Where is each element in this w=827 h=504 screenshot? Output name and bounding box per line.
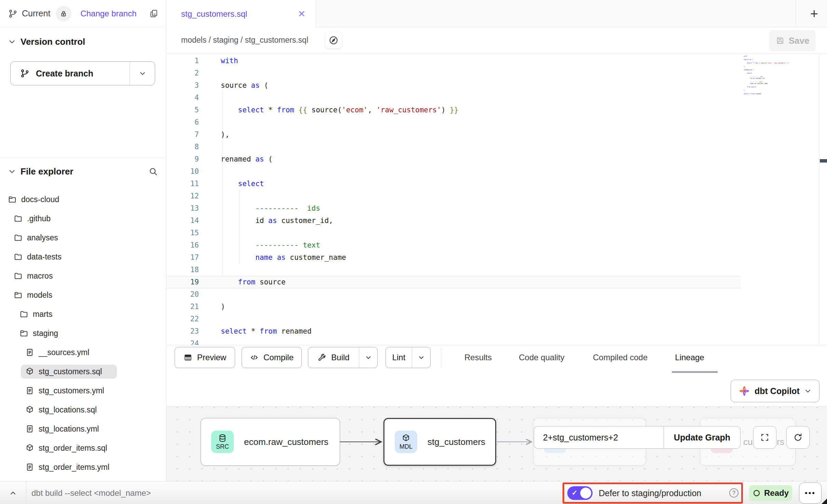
code-line-17[interactable]: 17 name as customer_name bbox=[166, 251, 827, 264]
search-icon[interactable] bbox=[148, 167, 158, 176]
dbt-cloud-ide: Current Change branch Version control bbox=[0, 0, 827, 504]
tree-item-content: .github bbox=[9, 212, 66, 226]
lint-dropdown[interactable] bbox=[412, 347, 430, 368]
tab-compiled-code[interactable]: Compiled code bbox=[593, 353, 648, 362]
lint-button[interactable]: Lint bbox=[385, 347, 431, 368]
tree-item-stg-order-items-sql[interactable]: stg_order_items.sql bbox=[0, 438, 166, 458]
code-line-7[interactable]: 7), bbox=[166, 128, 827, 141]
lineage-selector-input[interactable] bbox=[534, 426, 664, 449]
code-line-2[interactable]: 2 bbox=[166, 67, 827, 79]
code-editor[interactable]: 1with23source as (45 select * from {{ so… bbox=[166, 54, 827, 345]
build-dropdown[interactable] bbox=[359, 347, 377, 368]
create-branch-main[interactable]: Create branch bbox=[11, 62, 130, 85]
tree-item-marts[interactable]: marts bbox=[0, 305, 166, 324]
help-icon[interactable]: ? bbox=[729, 488, 738, 498]
defer-toggle[interactable]: ✓ bbox=[567, 486, 593, 500]
version-control-header[interactable]: Version control bbox=[0, 33, 166, 50]
build-button[interactable]: Build bbox=[308, 347, 378, 368]
copy-icon[interactable] bbox=[149, 9, 159, 18]
chevron-down-icon bbox=[8, 168, 16, 175]
code-line-1[interactable]: 1with bbox=[166, 55, 827, 67]
tree-item-analyses[interactable]: analyses bbox=[0, 228, 166, 247]
file-explorer-title: File explorer bbox=[21, 166, 73, 177]
save-button[interactable]: Save bbox=[769, 30, 816, 51]
model-icon bbox=[25, 367, 34, 376]
tree-item--github[interactable]: .github bbox=[0, 209, 166, 228]
folder-open-icon bbox=[14, 291, 23, 299]
code-line-10[interactable]: 10 bbox=[166, 165, 827, 178]
lineage-panel[interactable]: SRC ecom.raw_customers MDL stg_customers… bbox=[166, 406, 827, 481]
change-branch-link[interactable]: Change branch bbox=[80, 9, 136, 18]
code-line-12[interactable]: 12 bbox=[166, 190, 827, 202]
fullscreen-icon[interactable] bbox=[753, 426, 776, 449]
line-content: select * from {{ source('ecom', 'raw_cus… bbox=[221, 106, 458, 114]
lineage-node-stg-customers[interactable]: MDL stg_customers bbox=[383, 418, 496, 466]
preview-button[interactable]: Preview bbox=[175, 347, 235, 368]
tree-item-models[interactable]: models bbox=[0, 285, 166, 305]
code-line-4[interactable]: 4 bbox=[166, 92, 827, 104]
compass-icon[interactable] bbox=[325, 32, 342, 48]
chevron-up-icon[interactable] bbox=[5, 481, 21, 504]
tree-item-stg-order-items-yml[interactable]: stg_order_items.yml bbox=[0, 458, 166, 477]
tree-item-data-tests[interactable]: data-tests bbox=[0, 247, 166, 266]
line-content: select * from renamed bbox=[221, 327, 312, 335]
code-line-22[interactable]: 22 bbox=[166, 313, 827, 325]
create-branch-label: Create branch bbox=[36, 69, 93, 79]
code-line-6[interactable]: 6 bbox=[166, 116, 827, 128]
tab-results[interactable]: Results bbox=[464, 353, 492, 362]
code-line-21[interactable]: 21) bbox=[166, 300, 827, 313]
refresh-icon[interactable] bbox=[786, 426, 810, 449]
tree-item-stg-customers-sql[interactable]: stg_customers.sql bbox=[0, 362, 166, 381]
tree-item--sources-yml[interactable]: __sources.yml bbox=[0, 343, 166, 362]
scrollbar-thumb[interactable] bbox=[820, 159, 827, 163]
code-line-19[interactable]: 19 from source bbox=[166, 276, 741, 288]
line-number: 6 bbox=[166, 118, 199, 126]
code-line-3[interactable]: 3source as ( bbox=[166, 79, 827, 92]
compile-button[interactable]: Compile bbox=[242, 347, 302, 368]
code-line-18[interactable]: 18 bbox=[166, 264, 827, 276]
file-label: stg_customers.sql bbox=[39, 367, 102, 376]
more-options-button[interactable]: ••• bbox=[799, 482, 822, 504]
tab-lineage[interactable]: Lineage bbox=[675, 353, 704, 362]
wrench-icon bbox=[317, 353, 326, 362]
code-line-15[interactable]: 15 bbox=[166, 227, 827, 239]
file-label: stg_locations.sql bbox=[39, 405, 97, 415]
tab-stg-customers-sql[interactable]: stg_customers.sql ✕ bbox=[166, 0, 316, 28]
chevron-down-icon bbox=[365, 354, 371, 361]
update-graph-button[interactable]: Update Graph bbox=[664, 426, 741, 449]
tree-item-content: data-tests bbox=[9, 250, 77, 264]
code-line-5[interactable]: 5 select * from {{ source('ecom', 'raw_c… bbox=[166, 104, 827, 116]
code-line-9[interactable]: 9renamed as ( bbox=[166, 153, 827, 165]
new-tab-button[interactable]: + bbox=[801, 0, 827, 27]
code-line-13[interactable]: 13 ---------- ids bbox=[166, 202, 827, 214]
status-circle-icon bbox=[753, 489, 761, 497]
code-line-23[interactable]: 23select * from renamed bbox=[166, 325, 827, 337]
tree-item-docs-cloud[interactable]: docs-cloud bbox=[0, 190, 166, 209]
lineage-node-source[interactable]: SRC ecom.raw_customers bbox=[201, 418, 340, 466]
close-icon[interactable]: ✕ bbox=[298, 9, 306, 19]
code-line-24[interactable]: 24 bbox=[166, 337, 827, 345]
line-number: 10 bbox=[166, 167, 199, 176]
line-content: ), bbox=[221, 130, 229, 139]
code-line-14[interactable]: 14 id as customer_id, bbox=[166, 214, 827, 227]
resize-handle[interactable] bbox=[822, 499, 827, 504]
tree-item-stg-customers-yml[interactable]: stg_customers.yml bbox=[0, 381, 166, 400]
code-line-8[interactable]: 8 bbox=[166, 141, 827, 153]
tab-code-quality[interactable]: Code quality bbox=[519, 353, 564, 362]
line-number: 11 bbox=[166, 180, 199, 188]
code-line-16[interactable]: 16 ---------- text bbox=[166, 239, 827, 251]
create-branch-dropdown[interactable] bbox=[130, 62, 155, 85]
command-input[interactable] bbox=[31, 484, 551, 502]
minimap[interactable]: withsource as ( select * from {{ source(… bbox=[744, 55, 802, 96]
file-explorer-header[interactable]: File explorer bbox=[0, 163, 166, 180]
dbt-copilot-button[interactable]: dbt Copilot bbox=[731, 380, 819, 402]
tree-item-stg-locations-sql[interactable]: stg_locations.sql bbox=[0, 400, 166, 419]
status-badge: Ready bbox=[749, 485, 792, 501]
tree-item-content: analyses bbox=[9, 231, 73, 245]
tree-item-stg-locations-yml[interactable]: stg_locations.yml bbox=[0, 419, 166, 438]
code-line-20[interactable]: 20 bbox=[166, 288, 827, 300]
create-branch-button[interactable]: Create branch bbox=[10, 61, 155, 85]
code-line-11[interactable]: 11 select bbox=[166, 178, 827, 190]
tree-item-staging[interactable]: staging bbox=[0, 324, 166, 343]
tree-item-macros[interactable]: macros bbox=[0, 266, 166, 285]
